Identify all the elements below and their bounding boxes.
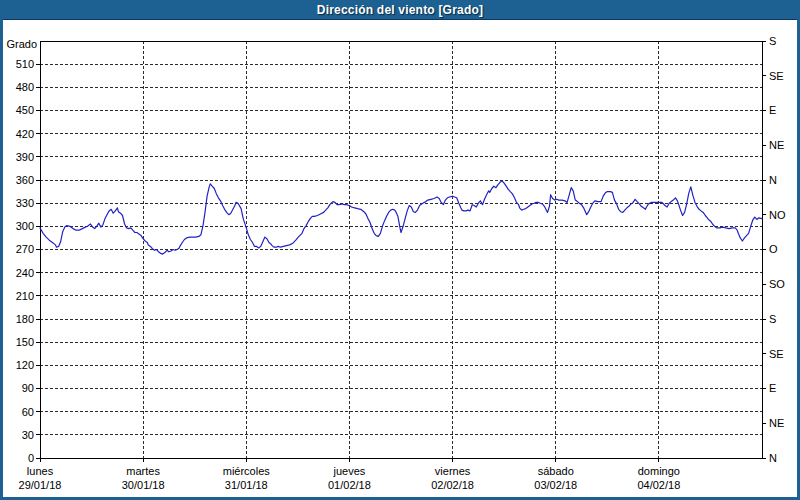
y-right-compass-label: E — [769, 104, 776, 116]
x-day-date-label: 30/01/18 — [122, 479, 165, 491]
y-left-tick-label: 270 — [16, 243, 34, 255]
y-left-tick-label: 360 — [16, 174, 34, 186]
x-day-name-label: lunes — [27, 465, 54, 477]
x-day-name-label: miércoles — [223, 465, 271, 477]
y-right-compass-label: NO — [769, 209, 786, 221]
x-day-date-label: 01/02/18 — [328, 479, 371, 491]
y-right-compass-label: SE — [769, 70, 784, 82]
x-day-name-label: jueves — [333, 465, 366, 477]
y-left-tick-label: 510 — [16, 58, 34, 70]
y-right-compass-label: NE — [769, 139, 784, 151]
x-day-name-label: martes — [126, 465, 160, 477]
y-left-tick-label: 120 — [16, 359, 34, 371]
y-left-tick-label: 180 — [16, 313, 34, 325]
y-left-tick-label: 210 — [16, 290, 34, 302]
x-day-name-label: viernes — [435, 465, 471, 477]
x-day-name-label: sábado — [538, 465, 574, 477]
y-left-tick-label: 450 — [16, 104, 34, 116]
y-left-tick-label: 480 — [16, 81, 34, 93]
y-right-compass-label: O — [769, 243, 778, 255]
y-left-tick-label: 90 — [22, 382, 34, 394]
y-left-tick-label: 0 — [28, 452, 34, 464]
x-day-date-label: 31/01/18 — [225, 479, 268, 491]
y-right-compass-label: E — [769, 382, 776, 394]
y-left-tick-label: 60 — [22, 406, 34, 418]
y-left-tick-label: 240 — [16, 267, 34, 279]
y-left-tick-label: 150 — [16, 336, 34, 348]
y-left-tick-label: 330 — [16, 197, 34, 209]
y-axis-title: Grado — [6, 38, 37, 50]
y-right-compass-label: SE — [769, 348, 784, 360]
x-day-date-label: 04/02/18 — [637, 479, 680, 491]
y-left-tick-label: 390 — [16, 151, 34, 163]
x-day-date-label: 03/02/18 — [534, 479, 577, 491]
chart-window: Dirección del viento [Grado] 03060901201… — [0, 0, 800, 500]
y-right-compass-label: NE — [769, 417, 784, 429]
y-left-tick-label: 300 — [16, 220, 34, 232]
y-right-compass-label: N — [769, 174, 777, 186]
wind-direction-chart: 0306090120150180210240270300330360390420… — [0, 0, 800, 500]
y-right-compass-label: SO — [769, 278, 785, 290]
x-day-date-label: 29/01/18 — [19, 479, 62, 491]
y-right-compass-label: S — [769, 313, 776, 325]
y-left-tick-label: 30 — [22, 429, 34, 441]
wind-direction-line — [40, 181, 762, 254]
y-right-compass-label: S — [769, 35, 776, 47]
x-day-date-label: 02/02/18 — [431, 479, 474, 491]
x-day-name-label: domingo — [638, 465, 680, 477]
y-left-tick-label: 420 — [16, 128, 34, 140]
y-right-compass-label: N — [769, 452, 777, 464]
